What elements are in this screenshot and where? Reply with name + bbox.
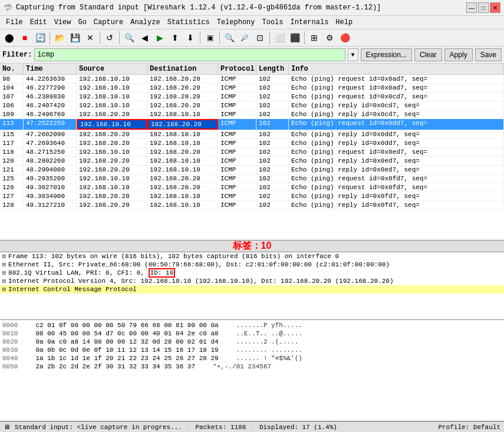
header-source: Source xyxy=(77,64,147,74)
detail-ethernet[interactable]: ⊞ Ethernet II, Src: Private_66:68:00 (00… xyxy=(0,260,504,269)
toolbar-reload[interactable]: ↺ xyxy=(103,31,117,45)
toolbar-color[interactable]: ▣ xyxy=(203,31,217,45)
toolbar-extra1[interactable]: ⊞ xyxy=(307,31,321,45)
clear-button[interactable]: Clear xyxy=(414,48,442,61)
packet-cell: 192.168.20.20 xyxy=(77,166,147,174)
packet-rows: 9844.2263630192.168.10.10192.168.20.20IC… xyxy=(0,75,504,210)
minimize-button[interactable]: — xyxy=(466,2,477,13)
toolbar-extra3[interactable]: 🔴 xyxy=(338,31,352,45)
toolbar-win[interactable]: ⬜ xyxy=(272,31,286,45)
packet-cell: 192.168.10.10 xyxy=(147,139,218,147)
packet-cell: 48.2802260 xyxy=(24,157,77,165)
table-row[interactable]: 12148.2904080192.168.20.20192.168.10.10I… xyxy=(0,166,504,174)
table-row[interactable]: 12749.3034900192.168.20.20192.168.10.10I… xyxy=(0,192,504,201)
menu-capture[interactable]: Capture xyxy=(90,17,127,28)
table-row[interactable]: 10946.2496760192.168.20.20192.168.10.10I… xyxy=(0,110,504,119)
toolbar-find[interactable]: 🔍 xyxy=(122,31,136,45)
packet-cell: Echo (ping) request id=0x0ad7, seq= xyxy=(289,75,504,83)
packet-cell: Echo (ping) reply id=0x0ed7, seq= xyxy=(289,166,504,174)
packet-cell: ICMP xyxy=(218,192,256,200)
toolbar-stop[interactable]: ■ xyxy=(18,31,32,45)
toolbar-win2[interactable]: ⬛ xyxy=(288,31,302,45)
hex-row: 00200a 0a c0 a8 14 08 00 00 12 32 0d 28 … xyxy=(2,338,502,346)
hex-row: 0000c2 01 0f 00 00 00 00 50 79 66 68 00 … xyxy=(2,321,502,329)
hex-row: 00401a 1b 1c 1d 1e 1f 20 21 22 23 24 25 … xyxy=(2,354,502,362)
menu-statistics[interactable]: Statistics xyxy=(164,17,213,28)
packet-cell: ICMP xyxy=(218,93,256,101)
header-time: Time xyxy=(24,64,77,74)
filter-input[interactable] xyxy=(34,48,345,61)
toolbar-back[interactable]: ◀ xyxy=(137,31,151,45)
toolbar-start[interactable]: ⬤ xyxy=(2,31,17,45)
menu-internals[interactable]: Internals xyxy=(287,17,332,28)
apply-button[interactable]: Apply xyxy=(444,48,473,61)
table-row[interactable]: 12549.2935200192.168.10.10192.168.20.20I… xyxy=(0,174,504,183)
table-row[interactable]: 12649.3027010192.168.10.10192.168.20.20I… xyxy=(0,183,504,192)
table-row[interactable]: 12048.2802260192.168.20.20192.168.10.10I… xyxy=(0,157,504,166)
table-row[interactable]: 10446.2277290192.168.10.10192.168.20.20I… xyxy=(0,84,504,93)
packet-cell: 106 xyxy=(0,101,24,110)
packet-cell: 47.2693640 xyxy=(24,139,77,147)
packet-cell: 192.168.10.10 xyxy=(77,119,147,130)
detail-frame[interactable]: ⊞ Frame 113: 102 bytes on wire (816 bits… xyxy=(0,252,504,260)
toolbar-sep3 xyxy=(119,31,120,44)
header-destination: Destination xyxy=(147,64,218,74)
toolbar-sep1 xyxy=(50,31,50,44)
packet-cell: 102 xyxy=(256,130,289,138)
hex-offset: 0040 xyxy=(2,355,18,362)
maximize-button[interactable]: □ xyxy=(478,2,489,13)
menu-view[interactable]: View xyxy=(51,17,75,28)
packet-cell: ICMP xyxy=(218,201,256,209)
packet-cell: 102 xyxy=(256,166,289,174)
packet-cell: 48.2904080 xyxy=(24,166,77,174)
menu-go[interactable]: Go xyxy=(74,17,90,28)
toolbar-save[interactable]: 💾 xyxy=(68,31,82,45)
table-row[interactable]: 9844.2263630192.168.10.10192.168.20.20IC… xyxy=(0,75,504,84)
titlebar-left: 🦈 Capturing from Standard input [Wiresha… xyxy=(4,4,381,12)
table-row[interactable]: 12849.3127210192.168.20.20192.168.10.10I… xyxy=(0,201,504,210)
toolbar-last[interactable]: ⬇ xyxy=(183,31,197,45)
expand-icmp-icon: ⊞ xyxy=(2,286,6,293)
detail-vlan-text: 802.1Q Virtual LAN, PRI: 0, CFI: 0, ID: … xyxy=(8,269,175,276)
packet-cell: ICMP xyxy=(218,119,256,130)
toolbar-close[interactable]: ✕ xyxy=(83,31,97,45)
detail-ip[interactable]: ⊞ Internet Protocol Version 4, Src: 192.… xyxy=(0,277,504,285)
packet-cell: Echo (ping) request id=0x0dd7, seq= xyxy=(289,119,504,130)
menu-telephony[interactable]: Telephony xyxy=(213,17,259,28)
annotation-text: 标签：10 xyxy=(233,240,272,252)
menu-analyze[interactable]: Analyze xyxy=(127,17,163,28)
packet-cell: ICMP xyxy=(218,84,256,92)
toolbar-first[interactable]: ⬆ xyxy=(168,31,182,45)
detail-vlan[interactable]: ⊞ 802.1Q Virtual LAN, PRI: 0, CFI: 0, ID… xyxy=(0,269,504,277)
menu-help[interactable]: Help xyxy=(332,17,356,28)
toolbar-extra2[interactable]: ⚙ xyxy=(322,31,337,45)
filter-dropdown[interactable]: ▼ xyxy=(348,48,358,61)
app-window: 🦈 Capturing from Standard input [Wiresha… xyxy=(0,0,504,432)
hex-offset: 0020 xyxy=(2,338,18,345)
close-button[interactable]: ✕ xyxy=(490,2,500,13)
toolbar-open[interactable]: 📂 xyxy=(52,31,67,45)
table-row[interactable]: 11547.2602090192.168.20.20192.168.10.10I… xyxy=(0,130,504,139)
toolbar-zoom-out[interactable]: 🔎 xyxy=(238,31,252,45)
packet-cell: Echo (ping) request id=0x0fd7, seq= xyxy=(289,174,504,183)
menu-edit[interactable]: Edit xyxy=(27,17,51,28)
packet-cell: 47.2602090 xyxy=(24,130,77,138)
menu-tools[interactable]: Tools xyxy=(259,17,287,28)
packet-cell: 192.168.10.10 xyxy=(147,201,218,209)
table-row[interactable]: 11848.2715250192.168.10.10192.168.20.20I… xyxy=(0,148,504,157)
toolbar-zoom-in[interactable]: 🔍 xyxy=(222,31,236,45)
menu-file[interactable]: File xyxy=(2,17,27,28)
table-row[interactable]: 10646.2407420192.168.10.10192.168.20.20I… xyxy=(0,101,504,110)
detail-icmp[interactable]: ⊞ Internet Control Message Protocol xyxy=(0,285,504,294)
toolbar-fwd[interactable]: ▶ xyxy=(153,31,167,45)
expression-button[interactable]: Expression... xyxy=(361,48,412,61)
hex-bytes: 0a 0b 0c 0d 0e 0f 10 11 12 13 14 15 16 1… xyxy=(35,347,218,354)
table-row[interactable]: 11347.2522250192.168.10.10192.168.20.20I… xyxy=(0,119,504,130)
toolbar-zoom-normal[interactable]: ⊡ xyxy=(253,31,267,45)
expand-frame-icon: ⊞ xyxy=(2,253,6,260)
table-row[interactable]: 11747.2693640192.168.20.20192.168.10.10I… xyxy=(0,139,504,148)
capture-icon: 🖥 xyxy=(4,423,10,431)
table-row[interactable]: 10746.2389830192.168.10.10192.168.20.20I… xyxy=(0,93,504,101)
save-button[interactable]: Save xyxy=(475,48,502,61)
toolbar-restart[interactable]: 🔄 xyxy=(33,31,47,45)
